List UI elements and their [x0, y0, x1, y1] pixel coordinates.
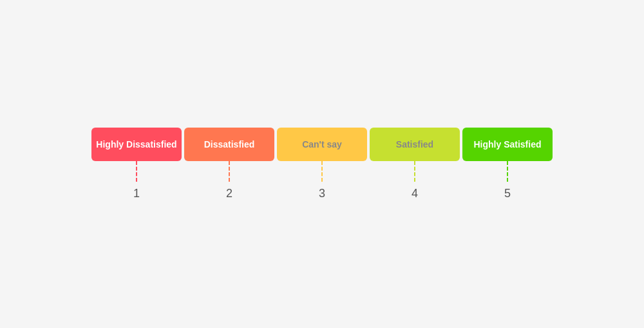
connector-4 [368, 161, 461, 187]
number-4: 4 [368, 187, 461, 200]
connector-5 [461, 161, 554, 187]
connectors-row [90, 161, 554, 187]
dashed-line-2 [229, 161, 230, 182]
satisfaction-scale: Highly Dissatisfied Dissatisfied Can't s… [90, 128, 554, 200]
numbers-row: 1 2 3 4 5 [90, 187, 554, 200]
connector-2 [183, 161, 276, 187]
button-dissatisfied[interactable]: Dissatisfied [184, 128, 274, 161]
number-5: 5 [461, 187, 554, 200]
dashed-line-5 [507, 161, 508, 182]
connector-3 [276, 161, 368, 187]
number-3: 3 [276, 187, 368, 200]
button-highly-satisfied[interactable]: Highly Satisfied [462, 128, 553, 161]
dashed-line-4 [414, 161, 415, 182]
buttons-row: Highly Dissatisfied Dissatisfied Can't s… [90, 128, 554, 161]
connector-1 [90, 161, 183, 187]
button-cant-say[interactable]: Can't say [277, 128, 367, 161]
button-highly-dissatisfied[interactable]: Highly Dissatisfied [91, 128, 182, 161]
dashed-line-3 [321, 161, 323, 182]
button-satisfied[interactable]: Satisfied [370, 128, 460, 161]
number-2: 2 [183, 187, 276, 200]
dashed-line-1 [136, 161, 137, 182]
number-1: 1 [90, 187, 183, 200]
